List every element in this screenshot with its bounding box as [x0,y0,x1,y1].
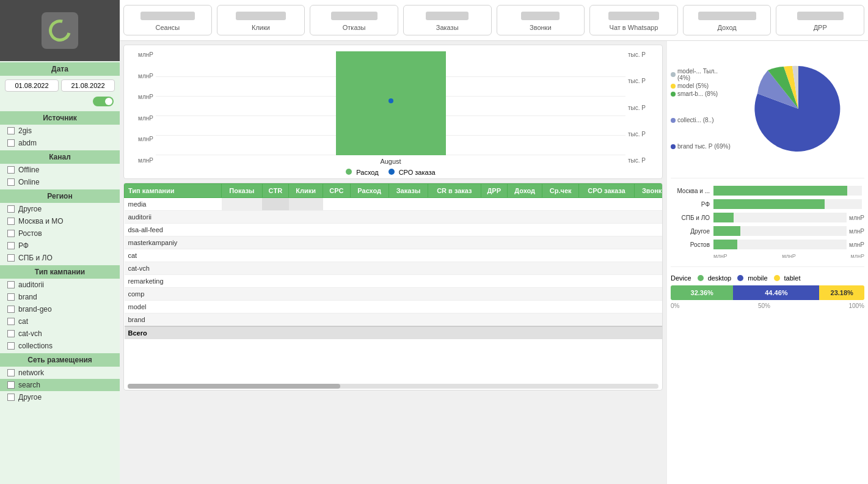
date-toggle[interactable] [93,97,114,106]
bar-august [336,51,446,155]
sidebar-item-online[interactable]: Online [0,176,120,188]
sidebar-item-abdm[interactable]: abdm [0,137,120,149]
th-raskhod[interactable]: Расход [350,184,388,198]
checkbox-2gis[interactable] [7,127,15,134]
td-val [481,275,507,288]
checkbox-drugoe-network[interactable] [7,394,15,401]
checkbox-spb[interactable] [7,254,15,262]
sidebar-item-brand-geo[interactable]: brand-geo [0,303,120,315]
checkbox-abdm[interactable] [7,139,15,147]
checkbox-rostov[interactable] [7,230,15,237]
th-cro[interactable]: СРО заказа [578,184,634,198]
checkbox-auditorii[interactable] [7,281,15,288]
sidebar-item-offline[interactable]: Offline [0,164,120,176]
td-val [323,249,350,262]
th-type[interactable]: Тип кампании [125,184,222,198]
dot-cro [388,98,393,103]
sidebar-label-2gis: 2gis [18,127,32,135]
table-row[interactable]: dsa-all-feed [125,224,663,237]
sidebar-item-auditorii[interactable]: auditorii [0,279,120,291]
sidebar-label-network: network [18,369,44,377]
th-drr[interactable]: ДРР [481,184,507,198]
td-val [388,301,428,314]
region-bar-wrap-spb [713,213,847,222]
sidebar-item-collections[interactable]: collections [0,340,120,352]
sidebar-item-search[interactable]: search [0,379,120,391]
td-val [222,301,262,314]
td-val [428,301,481,314]
region-bar-wrap-rf [713,199,862,209]
td-val [388,275,428,288]
metric-card-zvonki: Звонки [497,5,585,35]
td-val [289,301,323,314]
sidebar-item-cat-vch[interactable]: cat-vch [0,328,120,340]
sidebar-item-cat[interactable]: cat [0,315,120,328]
yr-label-3: тыс. Р [628,105,660,111]
sidebar-item-drugoe[interactable]: Другое [0,203,120,215]
region-label-moscow: Москва и ... [671,188,713,194]
pie-text-smart: smart-b... (8%) [677,90,718,97]
td-name: masterkampaniy [125,237,222,249]
sidebar-item-drugoe-network[interactable]: Другое [0,391,120,403]
table-row[interactable]: cat-vch [125,262,663,275]
checkbox-network[interactable] [7,369,15,376]
date-from-button[interactable]: 01.08.2022 [5,79,59,92]
th-ctr[interactable]: CTR [262,184,289,198]
sidebar-item-2gis[interactable]: 2gis [0,125,120,137]
checkbox-drugoe[interactable] [7,205,15,213]
date-to-button[interactable]: 21.08.2022 [61,79,115,92]
checkbox-cat-vch[interactable] [7,330,15,337]
table-row[interactable]: media [125,198,663,211]
table-row[interactable]: model [125,301,663,314]
checkbox-moscow[interactable] [7,218,15,225]
region-chart: Москва и ... РФ СПБ и ЛО [671,183,864,262]
td-val [635,198,662,211]
table-row[interactable]: remarketing [125,275,663,288]
th-zakazy[interactable]: Заказы [388,184,428,198]
sidebar-item-rostov[interactable]: Ростов [0,227,120,240]
table-row[interactable]: comp [125,288,663,301]
td-val [289,249,323,262]
table-row[interactable]: auditorii [125,211,663,224]
table-row[interactable]: brand [125,314,663,327]
chart-body: August Расход СРО заказа [156,45,625,178]
td-name: cat-vch [125,262,222,275]
table-wrapper[interactable]: Тип кампании Показы CTR Клики CPC Расход… [124,183,662,384]
th-kliki[interactable]: Клики [289,184,323,198]
th-cr[interactable]: CR в заказ [428,184,481,198]
td-name: comp [125,288,222,301]
sidebar-item-moscow[interactable]: Москва и МО [0,215,120,227]
sidebar-item-brand[interactable]: brand [0,291,120,303]
table-row[interactable]: masterkampaniy [125,237,663,249]
checkbox-offline[interactable] [7,166,15,174]
metric-card-zakazy: Заказы [403,5,492,35]
y-label-4: млнР [126,115,153,122]
table-scrollbar-thumb[interactable] [128,384,340,389]
checkbox-brand-geo[interactable] [7,306,15,313]
sidebar-item-network[interactable]: network [0,367,120,379]
table-row[interactable]: cat [125,249,663,262]
checkbox-rf[interactable] [7,242,15,249]
checkbox-cat[interactable] [7,318,15,325]
th-cpc[interactable]: CPC [323,184,350,198]
sidebar-item-rf[interactable]: РФ [0,240,120,252]
table-scrollbar-h[interactable] [128,384,658,389]
table-body: media auditorii dsa-all-feed masterkampa… [125,198,663,327]
metric-value-otkazy [331,12,377,20]
pie-label-smart: smart-b... (8%) [671,90,732,97]
region-value-spb: млнР [847,215,864,221]
checkbox-search[interactable] [7,381,15,389]
checkbox-brand[interactable] [7,293,15,301]
th-srchek[interactable]: Ср.чек [542,184,579,198]
td-name: dsa-all-feed [125,224,222,237]
source-section-title: Источник [0,111,120,125]
checkbox-collections[interactable] [7,342,15,350]
y-label-5: млнР [126,136,153,142]
pie-svg [749,60,847,158]
td-val [578,288,634,301]
checkbox-online[interactable] [7,178,15,186]
sidebar-item-spb[interactable]: СПБ и ЛО [0,252,120,264]
th-zvonki[interactable]: Звонки [635,184,662,198]
th-pokazy[interactable]: Показы [222,184,262,198]
th-dohod[interactable]: Доход [507,184,542,198]
